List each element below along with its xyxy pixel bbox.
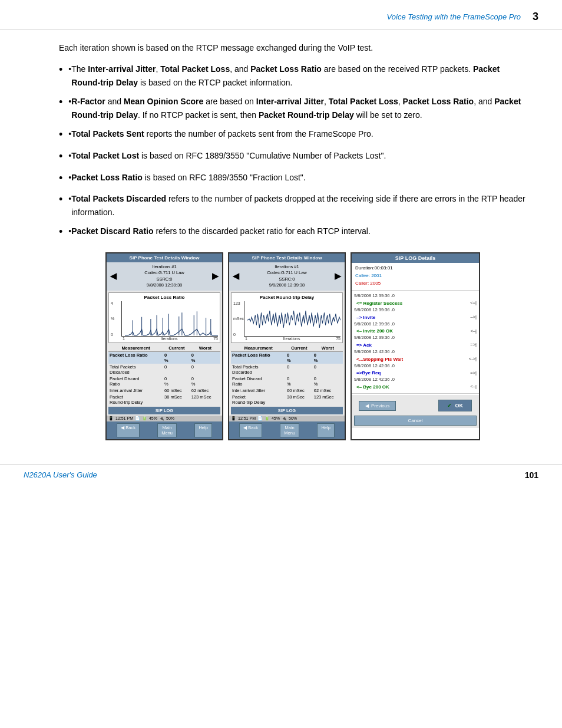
sip-entry-time5: 9/8/2008 12:42:36 .0 [354, 349, 477, 355]
back-arrow-icon2: ◀ [243, 425, 247, 430]
screen1-rtd-worst: 123 mSec [190, 394, 220, 406]
sip-entry-time4: 9/8/2008 12:39:36 .0 [354, 335, 477, 341]
screen2-chart-area: Packet Round-trip Delay 123 mSec 0 [231, 292, 343, 343]
screen2-tpd-current: 0 [286, 364, 313, 375]
screen1-tpd-current: 0 [163, 364, 190, 375]
footer-left: N2620A User's Guide [24, 470, 97, 479]
sip-log-bottom: ◀ Previous ✓ OK Cancel [352, 395, 479, 428]
screen1-tpd-name: Total PacketsDiscarded [108, 364, 163, 375]
screen1-col-current: Current [163, 345, 190, 352]
screen2-prev-arrow[interactable]: ◀ [233, 271, 239, 282]
screen1-chart-body: 4 % 0 [111, 301, 218, 337]
screen2-bat1: 45% [272, 416, 280, 420]
sip-log-callee: Callee: 2001 [355, 272, 475, 280]
screen2-chart-plot [244, 301, 340, 337]
screen2-bottom-bar: ◀ Back MainMenu Help [229, 421, 345, 439]
screen2-tpd-name: Total PacketsDiscarded [231, 364, 286, 375]
screen1-plr-worst: 0% [190, 351, 220, 364]
main-content: Each iteration shown is based on the RTC… [0, 29, 562, 452]
screen2-info: Iterations #1Codec:G.711 U LawSSRC:09/8/… [239, 264, 335, 289]
screenshots-row: SIP Phone Test Details Window ◀ Iteratio… [59, 252, 527, 440]
screen2-table: Measurement Current Worst Packet Loss Ra… [231, 345, 343, 406]
sip-cancel-button[interactable]: Cancel [354, 416, 477, 426]
screen2-y-top: 123 [233, 301, 244, 305]
screen1-tpd-worst: 0 [190, 364, 220, 375]
screen2-x-mid: Iterations [283, 337, 300, 341]
sip-entry-invite: –> Invite –>| [354, 314, 477, 321]
intro-paragraph: Each iteration shown is based on the RTC… [59, 41, 527, 54]
screen2-y-bottom: 0 [233, 332, 244, 337]
screen1-row-iaj: Inter-arrival Jitter 60 mSec 62 mSec [108, 387, 220, 394]
screen2-iaj-name: Inter-arrival Jitter [231, 387, 286, 394]
screen2-x-labels: 1 Iterations 75 [245, 337, 340, 341]
screen1-main-menu-btn[interactable]: MainMenu [157, 423, 177, 437]
bullet-1-text: The Inter-arrival Jitter, Total Packet L… [71, 62, 527, 89]
screen2-plr-worst: 0% [313, 351, 343, 364]
screen2-chart-title: Packet Round-trip Delay [233, 295, 340, 300]
screen2-row-pdr: Packet DiscardRatio 0% 0% [231, 375, 343, 387]
prev-arrow-icon: ◀ [365, 403, 369, 409]
sip-log-divider2 [352, 393, 479, 394]
screen2-main-menu-btn[interactable]: MainMenu [280, 423, 299, 437]
screen1-bottom-bar: ◀ Back MainMenu Help [107, 421, 222, 439]
screen1-row-pdr: Packet DiscardRatio 0% 0% [108, 375, 220, 387]
screen2-back-btn[interactable]: ◀ Back [239, 423, 262, 437]
screen1-pdr-worst: 0% [190, 375, 220, 387]
sip-prev-label: Previous [371, 403, 389, 409]
screen2-help-btn[interactable]: Help [317, 423, 334, 437]
screen2-y-label: 123 mSec 0 [233, 301, 244, 337]
sip-log-panel: SIP LOG Details Duration:00:03:01 Callee… [351, 252, 480, 440]
screen1-bat2-icon: 🔌 [159, 416, 164, 421]
bullet-6-text: Total Packets Discarded refers to the nu… [71, 192, 527, 219]
screen1-status-bar: 📱 12:51 PM 📄 🔋 45% 🔌 50% [107, 416, 222, 421]
screen2-status-bar: 📱 12:51 PM 📄 🔋 45% 🔌 50% [229, 416, 345, 421]
sip-entry-bye200: <– Bye 200 OK <–| [354, 384, 477, 390]
screen2-rtd-worst: 123 mSec [313, 394, 343, 406]
screen1-iaj-worst: 62 mSec [190, 387, 220, 394]
screen1-back-btn[interactable]: ◀ Back [117, 423, 140, 437]
bullet-4-text: Total Packet Lost is based on RFC 1889/3… [71, 149, 386, 162]
sip-nav-btns: ◀ Previous ✓ OK [354, 397, 477, 414]
bullet-2-text: R-Factor and Mean Opinion Score are base… [71, 95, 527, 121]
screen2-row-tpd: Total PacketsDiscarded 0 0 [231, 364, 343, 375]
screen1-x-start: 1 [123, 337, 125, 341]
device-screen-1: SIP Phone Test Details Window ◀ Iteratio… [105, 252, 223, 440]
screen1-help-btn[interactable]: Help [194, 423, 211, 437]
screen2-row-iaj: Inter-arrival Jitter 60 mSec 62 mSec [231, 387, 343, 394]
sip-entry-time7: 9/8/2008 12:42:36 .0 [354, 377, 477, 383]
bullet-7: • Packet Discard Ratio refers to the dis… [59, 225, 527, 241]
sip-entry-time1: 9/8/2008 12:39:36 .0 [354, 293, 477, 299]
screen1-row-rtd: PacketRound-trip Delay 38 mSec 123 mSec [108, 394, 220, 406]
screen2-next-arrow[interactable]: ▶ [335, 271, 341, 282]
bullet-3-text: Total Packets Sent reports the number of… [71, 127, 373, 140]
screen2-status-time: 12:51 PM [238, 416, 256, 420]
sip-entry-stopping: <...Stopping Pls Wait <->| [354, 356, 477, 363]
screen2-y-unit: mSec [233, 317, 244, 321]
screen1-prev-arrow[interactable]: ◀ [110, 271, 117, 282]
screen2-bat2-icon: 🔌 [282, 416, 287, 421]
sip-ok-label: OK [455, 403, 464, 409]
sip-entry-register: <= Register Success <=| [354, 300, 477, 307]
screen2-col-current: Current [286, 345, 313, 352]
screen2-pdr-worst: 0% [313, 375, 343, 387]
screen2-sip-log-btn[interactable]: SIP LOG [231, 407, 343, 414]
caller-val: 2005 [370, 281, 381, 286]
sip-entry-time6: 9/8/2008 12:42:36 .0 [354, 363, 477, 370]
back-arrow-icon: ◀ [121, 425, 124, 430]
screen1-sip-log-btn[interactable]: SIP LOG [108, 407, 220, 414]
screen1-col-measurement: Measurement [108, 345, 163, 352]
sip-prev-button[interactable]: ◀ Previous [359, 401, 396, 411]
screen2-chart-body: 123 mSec 0 [233, 301, 340, 337]
callee-val: 2001 [371, 273, 382, 278]
screen1-status-time: 12:51 PM [115, 416, 133, 420]
sip-ok-button[interactable]: ✓ OK [438, 400, 472, 411]
screen1-row-tpd: Total PacketsDiscarded 0 0 [108, 364, 220, 375]
sip-entry-bye-req: =>Bye Req =>| [354, 370, 477, 376]
screen1-y-bottom: 0 [111, 332, 121, 337]
bullet-4: • Total Packet Lost is based on RFC 1889… [59, 149, 527, 165]
screen2-info-bar: ◀ Iterations #1Codec:G.711 U LawSSRC:09/… [229, 262, 345, 291]
screen1-next-arrow[interactable]: ▶ [212, 271, 219, 282]
screen1-pdr-current: 0% [163, 375, 190, 387]
screen2-plr-current: 0% [286, 351, 313, 364]
screen1-col-worst: Worst [190, 345, 220, 352]
